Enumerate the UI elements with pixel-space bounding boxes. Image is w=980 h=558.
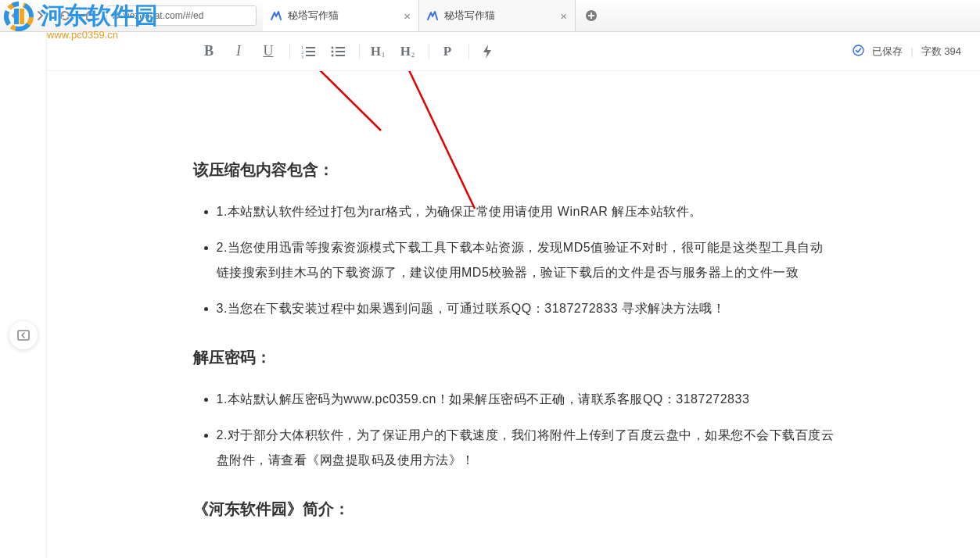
toolbar-separator: [429, 44, 429, 59]
svg-line-19: [403, 71, 475, 209]
bold-button[interactable]: B: [196, 38, 222, 65]
toolbar-separator: [468, 44, 469, 59]
svg-text:3: 3: [301, 55, 303, 59]
list-item: 1.本站默认软件经过打包为rar格式，为确保正常使用请使用 WinRAR 解压本…: [217, 199, 835, 224]
list-item: 2.当您使用迅雷等搜索资源模式下载工具下载本站资源，发现MD5值验证不对时，很可…: [217, 235, 835, 285]
section-heading: 《河东软件园》简介：: [193, 493, 835, 524]
section-list: 1.本站默认软件经过打包为rar格式，为确保正常使用请使用 WinRAR 解压本…: [193, 199, 835, 321]
list-item: 1.本站默认解压密码为www.pc0359.cn！如果解压密码不正确，请联系客服…: [217, 387, 835, 412]
toolbar-separator: [359, 44, 360, 59]
tab-close-button[interactable]: ×: [404, 10, 411, 22]
browser-tabs: 秘塔写作猫 × 秘塔写作猫 ×: [263, 0, 980, 31]
browser-url-field[interactable]: xiezuocat.com/#/ed: [106, 5, 257, 26]
browser-reload-button[interactable]: [56, 7, 74, 24]
ordered-list-button[interactable]: 123: [295, 38, 321, 65]
tab-favicon-icon: [427, 10, 438, 21]
svg-point-17: [853, 45, 863, 55]
tab-close-button[interactable]: ×: [560, 10, 567, 22]
editor-toolbar: B I U 123 H1 H2 P: [47, 32, 980, 71]
saved-check-icon: [853, 45, 864, 59]
svg-point-13: [332, 54, 334, 56]
flash-button[interactable]: [474, 38, 501, 65]
browser-home-button[interactable]: [81, 7, 99, 24]
list-item: 3.当您在下载安装过程中如果遇到问题，可通过联系QQ：3187272833 寻求…: [217, 296, 835, 321]
heading1-button[interactable]: H1: [364, 38, 391, 65]
editor-status: 已保存 | 字数 394: [853, 45, 961, 59]
svg-point-11: [332, 46, 334, 48]
browser-forward-button[interactable]: [31, 7, 48, 24]
new-tab-button[interactable]: [576, 0, 607, 31]
browser-nav-area: xiezuocat.com/#/ed: [0, 0, 263, 31]
tab-favicon-icon: [271, 10, 282, 21]
section-heading: 该压缩包内容包含：: [193, 154, 835, 185]
tab-title: 秘塔写作猫: [288, 9, 397, 23]
status-separator: |: [910, 45, 913, 57]
unordered-list-icon: [331, 45, 345, 59]
section-list: 1.本站默认解压密码为www.pc0359.cn！如果解压密码不正确，请联系客服…: [193, 387, 835, 473]
browser-back-button[interactable]: [6, 7, 23, 24]
browser-tab[interactable]: 秘塔写作猫 ×: [263, 0, 419, 31]
svg-line-18: [307, 71, 381, 131]
unordered-list-button[interactable]: [325, 38, 351, 65]
sidebar-collapse-button[interactable]: [9, 321, 38, 349]
browser-tab[interactable]: 秘塔写作猫 ×: [419, 0, 576, 31]
browser-url-text: xiezuocat.com/#/ed: [123, 10, 203, 21]
lock-icon: [112, 10, 120, 22]
toolbar-separator: [289, 44, 290, 59]
browser-bar: xiezuocat.com/#/ed 秘塔写作猫 × 秘塔写作猫 ×: [0, 0, 980, 32]
underline-button[interactable]: U: [255, 38, 282, 65]
wordcount-text: 字数 394: [921, 45, 961, 59]
svg-point-12: [332, 50, 334, 52]
svg-rect-2: [113, 14, 119, 19]
list-item: 2.对于部分大体积软件，为了保证用户的下载速度，我们将附件上传到了百度云盘中，如…: [217, 423, 835, 473]
saved-label: 已保存: [872, 45, 903, 59]
ordered-list-icon: 123: [301, 45, 315, 59]
collapse-icon: [16, 328, 31, 342]
heading2-button[interactable]: H2: [394, 38, 421, 65]
document-body[interactable]: 该压缩包内容包含： 1.本站默认软件经过打包为rar格式，为确保正常使用请使用 …: [193, 71, 835, 558]
sidebar: [0, 32, 47, 558]
paragraph-button[interactable]: P: [434, 38, 461, 65]
tab-title: 秘塔写作猫: [444, 9, 554, 23]
section-heading: 解压密码：: [193, 342, 835, 373]
document-scroll[interactable]: 该压缩包内容包含： 1.本站默认软件经过打包为rar格式，为确保正常使用请使用 …: [47, 71, 980, 558]
app-root: B I U 123 H1 H2 P: [0, 32, 980, 558]
editor-main: B I U 123 H1 H2 P: [47, 32, 980, 558]
lightning-icon: [482, 45, 493, 59]
italic-button[interactable]: I: [225, 38, 252, 65]
svg-rect-4: [18, 331, 29, 340]
